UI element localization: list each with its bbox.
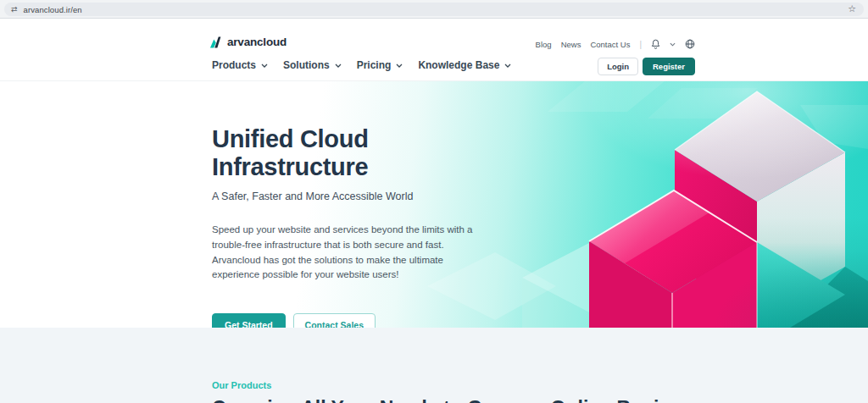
notification-bell-icon[interactable] — [651, 39, 660, 49]
url-bar[interactable]: ⇄ arvancloud.ir/en ☆ — [4, 3, 864, 16]
main-nav: Products Solutions Pricing Knowledge Bas… — [212, 59, 511, 71]
link-news[interactable]: News — [561, 40, 581, 49]
link-blog[interactable]: Blog — [536, 40, 552, 49]
arvancloud-logo[interactable]: arvancloud — [210, 36, 287, 48]
nav-item-label: Pricing — [357, 59, 392, 71]
cta-row: Get Started Contact Sales — [212, 313, 500, 328]
nav-item-solutions[interactable]: Solutions — [283, 59, 342, 71]
products-eyebrow: Our Products — [212, 380, 704, 390]
site-header: arvancloud Products Solutions Pricing Kn… — [0, 19, 868, 81]
chevron-down-icon — [396, 63, 403, 68]
hero-section: Unified Cloud Infrastructure A Safer, Fa… — [0, 81, 868, 328]
nav-item-knowledge-base[interactable]: Knowledge Base — [418, 59, 511, 71]
login-button[interactable]: Login — [598, 58, 638, 75]
hero-title: Unified Cloud Infrastructure — [212, 125, 500, 181]
register-button[interactable]: Register — [643, 58, 695, 75]
nav-item-products[interactable]: Products — [212, 59, 268, 71]
chevron-down-icon — [335, 63, 342, 68]
bookmark-star-icon[interactable]: ☆ — [848, 3, 856, 14]
utility-nav: Blog News Contact Us | — [536, 39, 695, 49]
globe-icon[interactable] — [685, 39, 695, 49]
chevron-down-icon — [504, 63, 511, 68]
auth-buttons: Login Register — [598, 58, 695, 75]
url-text: arvancloud.ir/en — [24, 5, 82, 14]
products-heading: Covering All Your Needs to Grow an Onlin… — [212, 397, 704, 403]
tab-switch-icon[interactable]: ⇄ — [11, 6, 18, 14]
separator: | — [639, 40, 642, 49]
hero-copy: Unified Cloud Infrastructure A Safer, Fa… — [212, 125, 500, 328]
get-started-button[interactable]: Get Started — [212, 313, 286, 328]
products-section: Our Products Covering All Your Needs to … — [0, 328, 868, 403]
logo-mark-icon — [210, 36, 223, 48]
contact-sales-button[interactable]: Contact Sales — [293, 313, 376, 328]
link-contact-us[interactable]: Contact Us — [590, 40, 630, 49]
nav-item-label: Knowledge Base — [418, 59, 499, 71]
browser-bar: ⇄ arvancloud.ir/en ☆ — [0, 0, 868, 19]
chevron-down-icon — [261, 63, 268, 68]
hero-subtitle: A Safer, Faster and More Accessible Worl… — [212, 190, 500, 202]
nav-item-label: Solutions — [283, 59, 330, 71]
logo-text: arvancloud — [227, 36, 287, 48]
nav-item-label: Products — [212, 59, 256, 71]
nav-item-pricing[interactable]: Pricing — [357, 59, 403, 71]
language-chevron-icon[interactable] — [670, 42, 676, 47]
hero-description: Speed up your website and services beyon… — [212, 223, 493, 283]
